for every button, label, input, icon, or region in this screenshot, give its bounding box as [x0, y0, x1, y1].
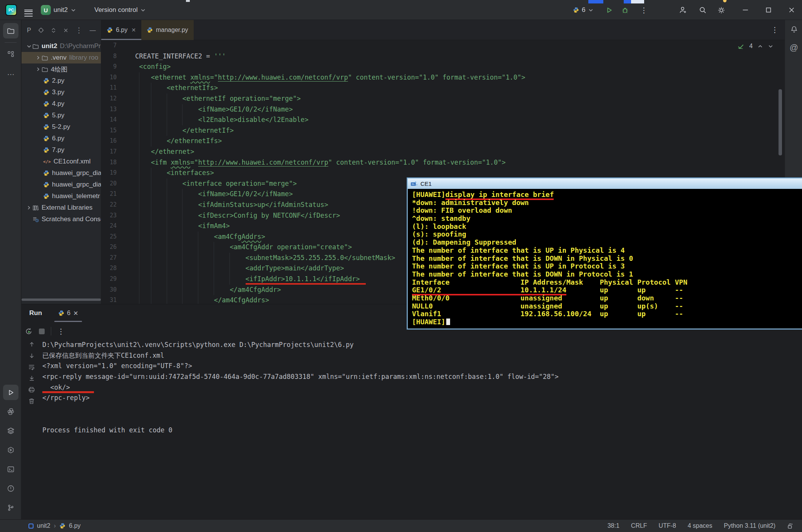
status-item[interactable]: 38:1	[608, 522, 619, 529]
panel-options-icon[interactable]: ⋮	[75, 26, 83, 35]
indent-guide	[151, 274, 151, 285]
close-icon[interactable]: ✕	[73, 310, 78, 317]
breadcrumb-item[interactable]: unit2	[37, 522, 50, 529]
code-with-me-button[interactable]	[679, 0, 687, 20]
editor-tab-manager.py[interactable]: manager.py	[141, 20, 194, 40]
project-widget[interactable]: U unit2	[41, 0, 76, 20]
up-stack-trace-icon[interactable]	[28, 341, 35, 348]
python-console-tool-button[interactable]	[3, 423, 18, 439]
tree-item-.venv[interactable]: .venvlibrary roo	[22, 52, 101, 63]
status-item[interactable]: Python 3.11 (unit2)	[724, 522, 775, 529]
run-panel-title: Run	[29, 309, 42, 317]
tree-item-Scratches and Conso[interactable]: Scratches and Conso	[22, 213, 101, 225]
rerun-button[interactable]	[25, 327, 33, 335]
status-item[interactable]: 4 spaces	[688, 522, 712, 529]
services-tool-button[interactable]	[3, 442, 18, 458]
tree-item-4.py[interactable]: 4.py	[22, 98, 101, 110]
terminal-tool-button[interactable]	[3, 462, 18, 477]
run-tool-button[interactable]	[3, 385, 18, 400]
indent-guide	[151, 168, 151, 178]
run-console-output[interactable]: D:\PycharmProjects\unit2\.venv\Scripts\p…	[42, 340, 798, 435]
structure-tool-button[interactable]	[3, 46, 18, 62]
services-icon	[7, 446, 15, 454]
status-item[interactable]: CRLF	[631, 522, 647, 529]
ai-assistant-button[interactable]: @	[786, 40, 802, 55]
chevron-down-icon[interactable]	[768, 43, 774, 49]
indent-guide	[182, 200, 183, 210]
close-button[interactable]	[787, 0, 796, 20]
more-tool-windows-button[interactable]: …	[3, 65, 18, 80]
line-number: 12	[101, 93, 123, 104]
code-text: <ethernet xmlns="http://www.huawei.com/n…	[135, 72, 525, 83]
gear-icon	[717, 6, 726, 15]
terminal-text: The number of interface that is DOWN in …	[412, 254, 633, 262]
tree-item-2.py[interactable]: 2.py	[22, 75, 101, 87]
line-number: 15	[101, 125, 123, 136]
terminal-line: NULL0 unassigned up up(s) --	[412, 302, 802, 310]
python-packages-tool-button[interactable]	[3, 404, 18, 419]
print-icon[interactable]	[28, 386, 35, 393]
vcs-widget[interactable]: Version control	[92, 0, 146, 20]
tree-item-5.py[interactable]: 5.py	[22, 110, 101, 121]
minimize-button[interactable]	[741, 0, 750, 20]
terminal-text: The number of interface that is UP in Ph…	[412, 246, 625, 254]
soft-wrap-icon[interactable]	[28, 364, 35, 370]
code-segment: <ifName>GE1/0/2</ifName>	[135, 105, 293, 113]
indent-guide	[182, 221, 183, 232]
problems-tool-button[interactable]	[3, 481, 18, 496]
git-tool-button[interactable]	[3, 500, 18, 515]
tree-item-label: unit2	[42, 42, 57, 50]
settings-button[interactable]	[717, 0, 726, 20]
tree-item-label: 4.py	[52, 100, 64, 108]
clear-console-icon[interactable]	[28, 398, 35, 405]
notifications-button[interactable]	[786, 22, 802, 37]
code-line: 8CREATE_INTERFACE2 = '''	[101, 51, 785, 62]
minimize-icon	[741, 6, 750, 14]
stop-button[interactable]	[39, 329, 45, 334]
horizontal-scrollbar[interactable]	[22, 299, 101, 301]
tree-item-3.py[interactable]: 3.py	[22, 87, 101, 98]
lock-open-icon	[787, 523, 794, 529]
tree-item-unit2[interactable]: unit2D:\PycharmPr	[22, 40, 101, 52]
terminal-text: The number of interface that is DOWN in …	[412, 270, 633, 278]
line-number: 21	[101, 189, 123, 200]
run-button[interactable]	[605, 0, 613, 20]
chevron-up-icon[interactable]	[757, 43, 763, 49]
tree-item-7.py[interactable]: 7.py	[22, 144, 101, 156]
tree-item-5-2.py[interactable]: 5-2.py	[22, 121, 101, 133]
locate-file-icon[interactable]	[38, 27, 44, 33]
terminal-title-bar[interactable]: CE1	[408, 178, 802, 189]
editor-scrollbar[interactable]	[779, 89, 782, 155]
collapse-all-icon[interactable]	[63, 28, 69, 33]
scroll-to-end-icon[interactable]	[28, 375, 35, 382]
tree-item-CE1conf.xml[interactable]: </>CE1conf.xml	[22, 156, 101, 167]
run-tab[interactable]: 6 ✕	[56, 304, 80, 322]
line-number: 26	[101, 242, 123, 253]
tree-item-4绘图[interactable]: 4绘图	[22, 63, 101, 75]
code-line: 9 <config>	[101, 62, 785, 72]
python-icon	[147, 27, 153, 33]
inspections-widget[interactable]: 4	[737, 41, 774, 51]
main-menu-button[interactable]	[24, 0, 33, 20]
tree-item-External Libraries[interactable]: External Libraries	[22, 202, 101, 213]
breadcrumb-item[interactable]: 6.py	[69, 522, 80, 529]
search-everywhere-button[interactable]	[698, 0, 707, 20]
close-icon[interactable]: ✕	[131, 27, 136, 33]
hide-panel-icon[interactable]: —	[90, 27, 95, 34]
console-options-button[interactable]: ⋮	[57, 327, 65, 336]
tree-item-huawei_grpc_dia[interactable]: huawei_grpc_dia	[22, 167, 101, 179]
tree-item-6.py[interactable]: 6.py	[22, 133, 101, 144]
editor-tab-options-icon[interactable]: ⋮	[771, 25, 779, 34]
expand-collapse-icon[interactable]	[51, 28, 56, 33]
editor-tab-6.py[interactable]: 6.py✕	[101, 20, 141, 40]
tool-window-stripe-left: …	[0, 20, 21, 519]
tree-item-huawei_telemetr[interactable]: huawei_telemetr	[22, 190, 101, 202]
ce1-terminal-window[interactable]: CE1 [HUAWEI]display ip interface brief*d…	[407, 178, 802, 329]
down-stack-trace-icon[interactable]	[28, 352, 35, 359]
maximize-button[interactable]	[764, 0, 773, 20]
project-tool-button[interactable]	[3, 23, 18, 38]
status-item[interactable]: UTF-8	[659, 522, 676, 529]
python-icon	[59, 523, 65, 529]
code-segment: </am4CfgAddr>	[135, 286, 281, 294]
tree-item-huawei_grpc_dia[interactable]: huawei_grpc_dia	[22, 179, 101, 190]
